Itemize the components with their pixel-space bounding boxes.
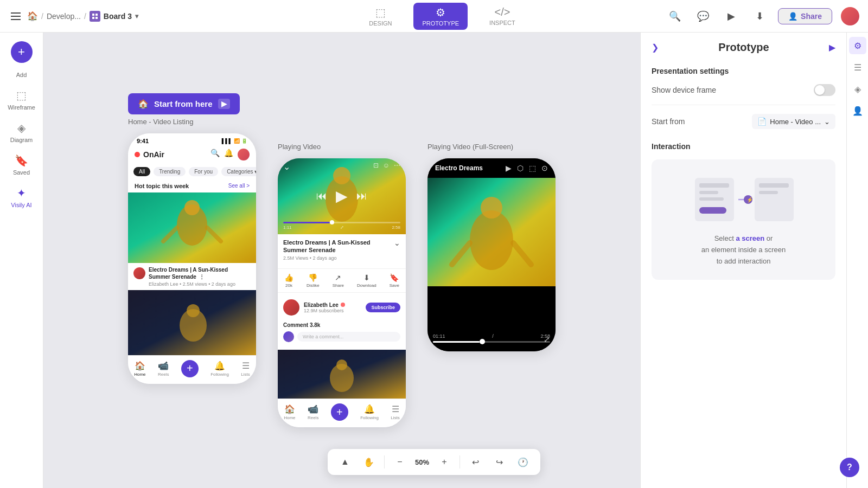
- sidebar-item-diagram[interactable]: ◈ Diagram: [3, 117, 41, 147]
- nav-lists[interactable]: ☰ Lists: [241, 361, 250, 377]
- comments-button[interactable]: 💬: [693, 7, 713, 26]
- tab-prototype[interactable]: ⚙ PROTOTYPE: [413, 3, 468, 30]
- play-button[interactable]: ▶: [722, 7, 741, 26]
- breadcrumb-board[interactable]: Board 3 ▾: [90, 11, 138, 22]
- fs-cast-icon[interactable]: ⬡: [517, 164, 524, 172]
- fullscreen-progress[interactable]: 01:11 / 2:58: [433, 333, 550, 343]
- filter-trending[interactable]: Trending: [154, 167, 186, 176]
- notif-icon[interactable]: 🔔: [224, 149, 233, 160]
- fullscreen-top-icons: ▶ ⬡ ⬚ ⊙: [506, 164, 548, 172]
- fs-screen-icon[interactable]: ⬚: [529, 164, 536, 172]
- add-button[interactable]: +: [11, 41, 33, 63]
- share-button[interactable]: 👤 Share: [778, 8, 832, 24]
- channel-avatar-1: [133, 267, 145, 279]
- layers-tab-icon[interactable]: ☰: [849, 59, 866, 76]
- progress-bar[interactable]: [283, 222, 400, 223]
- fs-forward-icon[interactable]: ▶: [506, 164, 512, 172]
- menu-icon[interactable]: [9, 10, 23, 22]
- search-icon-sm[interactable]: 🔍: [210, 149, 220, 160]
- more-icon[interactable]: ⋯: [394, 162, 400, 172]
- tab-design[interactable]: ⬚ DESIGN: [365, 4, 396, 29]
- user-avatar-sm[interactable]: [238, 149, 250, 160]
- ai-icon: ✦: [17, 187, 26, 200]
- video-player[interactable]: ⌄ ⊡ ☺ ⋯ ⏮ ▶ ⏭: [278, 158, 406, 234]
- settings-icon[interactable]: ☺: [383, 162, 390, 172]
- nav-home[interactable]: 🏠 Home: [134, 361, 145, 377]
- fs-progress-thumb[interactable]: [480, 339, 485, 344]
- zoom-out-button[interactable]: −: [391, 453, 409, 471]
- home-icon[interactable]: 🏠: [27, 11, 38, 21]
- play-pause-icon[interactable]: ▶: [336, 187, 348, 205]
- help-button[interactable]: ?: [840, 458, 859, 477]
- player-progress[interactable]: 1:11 ⤢ 2:58: [283, 222, 400, 230]
- search-button[interactable]: 🔍: [665, 7, 685, 26]
- share-action-button[interactable]: ↗ Share: [333, 273, 344, 288]
- fs-expand-icon[interactable]: ⤢: [544, 335, 550, 344]
- screen1-time: 9:41: [137, 138, 149, 144]
- nav-add-button[interactable]: +: [181, 360, 199, 377]
- nav2-following[interactable]: 🔔 Following: [360, 404, 379, 420]
- subscribe-button[interactable]: Subscribe: [366, 303, 400, 312]
- filter-categories[interactable]: Categories ▾: [221, 167, 256, 176]
- video-card-1[interactable]: Top 10 10:34: [128, 192, 256, 290]
- history-button[interactable]: 🕐: [514, 453, 532, 471]
- select-tool-button[interactable]: ▲: [336, 453, 354, 471]
- undo-button[interactable]: ↩: [467, 453, 484, 471]
- save-action-button[interactable]: 🔖 Save: [390, 273, 399, 288]
- show-device-frame-toggle[interactable]: [814, 84, 835, 96]
- comment-input[interactable]: Write a comment...: [297, 332, 400, 342]
- screen1-container: Home - Video Listing 9:41 ▌▌▌ 📶 🔋: [128, 118, 256, 384]
- prototype-tab-icon[interactable]: ⚙: [849, 37, 866, 54]
- sidebar-item-wireframe[interactable]: ⬚ Wireframe: [3, 85, 41, 115]
- redo-button[interactable]: ↪: [490, 453, 508, 471]
- hand-tool-button[interactable]: ✋: [360, 453, 378, 471]
- board-chevron-icon[interactable]: ▾: [135, 12, 138, 20]
- expand-icon[interactable]: ⌄: [394, 239, 400, 247]
- see-all-link[interactable]: See all >: [228, 183, 250, 189]
- skip-back-icon[interactable]: ⏮: [316, 190, 327, 202]
- assets-tab-icon[interactable]: ◈: [849, 80, 866, 98]
- screen3-phone-frame[interactable]: Electro Dreams ▶ ⬡ ⬚ ⊙: [427, 158, 556, 351]
- nav-following[interactable]: 🔔 Following: [210, 361, 229, 377]
- lists2-nav-icon: ☰: [392, 404, 399, 414]
- interaction-text-or: or: [764, 234, 773, 242]
- zoom-in-button[interactable]: +: [436, 453, 453, 471]
- video-card-2[interactable]: Top 10: [128, 290, 256, 355]
- fullscreen-icon-sm[interactable]: ⤢: [340, 225, 344, 230]
- fs-more-icon[interactable]: ⊙: [541, 164, 548, 172]
- download-button[interactable]: ⬇: [750, 7, 769, 26]
- tab-inspect[interactable]: </> INSPECT: [485, 4, 520, 28]
- start-from-selector[interactable]: 📄 Home - Video ... ⌄: [752, 114, 835, 129]
- panel-collapse-icon[interactable]: ❯: [652, 42, 659, 53]
- nav2-home[interactable]: 🏠 Home: [284, 404, 295, 420]
- download-action-button[interactable]: ⬇ Download: [357, 273, 376, 288]
- zoom-level: 50%: [415, 458, 429, 466]
- player-back-icon[interactable]: ⌄: [283, 162, 290, 172]
- nav2-reels[interactable]: 📹 Reels: [308, 404, 318, 420]
- sidebar-item-saved[interactable]: 🔖 Saved: [3, 150, 41, 180]
- nav2-add-button[interactable]: +: [331, 403, 348, 421]
- filter-all[interactable]: All: [133, 167, 150, 176]
- fs-progress-bar[interactable]: [433, 341, 550, 343]
- user-avatar[interactable]: [841, 7, 859, 25]
- design-icon: ⬚: [375, 6, 386, 19]
- filter-foryou[interactable]: For you: [189, 167, 218, 176]
- sidebar-item-visily-ai[interactable]: ✦ Visily AI: [3, 182, 41, 213]
- nav2-lists[interactable]: ☰ Lists: [391, 404, 399, 420]
- interaction-highlight-screen: a screen: [736, 234, 764, 242]
- cast-icon[interactable]: ⊡: [373, 162, 379, 172]
- comments-tab-icon[interactable]: 👤: [849, 102, 866, 119]
- screen1-phone-frame[interactable]: 9:41 ▌▌▌ 📶 🔋 OnAir: [128, 133, 256, 384]
- like-count: 20k: [285, 283, 292, 288]
- nav-reels[interactable]: 📹 Reels: [158, 361, 169, 377]
- screen2-phone-frame[interactable]: ⌄ ⊡ ☺ ⋯ ⏮ ▶ ⏭: [278, 158, 406, 428]
- dislike-button[interactable]: 👎 Dislike: [307, 273, 320, 288]
- breadcrumb-parent[interactable]: Develop...: [47, 12, 81, 21]
- panel-play-icon[interactable]: ▶: [829, 42, 835, 53]
- skip-forward-icon[interactable]: ⏭: [356, 190, 367, 202]
- fullscreen-video-area[interactable]: [427, 178, 556, 286]
- related-video-thumb[interactable]: Top 10: [278, 350, 406, 399]
- like-button[interactable]: 👍 20k: [284, 273, 293, 288]
- progress-thumb[interactable]: [330, 220, 334, 224]
- start-from-here-button[interactable]: 🏠 Start from here ▶: [128, 93, 240, 114]
